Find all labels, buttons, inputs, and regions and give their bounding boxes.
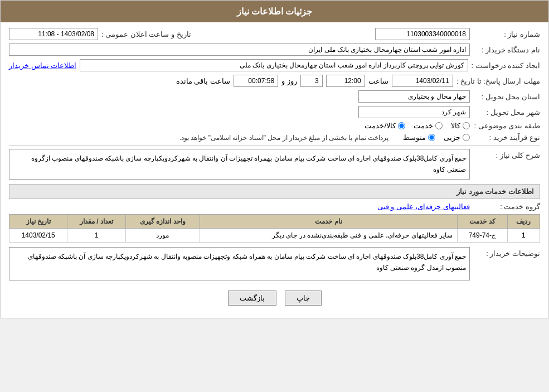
- radio-khadamat[interactable]: خدمت: [414, 122, 443, 130]
- ostan-label: استان محل تحویل :: [473, 93, 540, 101]
- roz-label: روز و: [281, 77, 297, 85]
- sharh-label: شرح کلی نیاز :: [473, 149, 540, 159]
- chap-button[interactable]: چاپ: [285, 291, 322, 306]
- tazihaat-label: توضیحات خریدار :: [473, 247, 540, 258]
- cell-tarikh: 1403/02/15: [9, 228, 67, 242]
- cell-tedad: 1: [67, 228, 125, 242]
- namDastgah-label: نام دستگاه خریدار :: [473, 46, 540, 54]
- col-vahed: واحد اندازه گیری: [125, 214, 200, 228]
- radio-kala[interactable]: کالا: [451, 122, 470, 130]
- fariyand-notice: پرداخت تمام یا بخشی از مبلغ خریدار از مح…: [179, 134, 388, 142]
- bazgasht-button[interactable]: بازگشت: [228, 291, 276, 306]
- col-radif: ردیف: [507, 214, 540, 228]
- ostan-input[interactable]: [358, 90, 470, 103]
- col-kod: کد خدمت: [457, 214, 507, 228]
- fariyand-label: نوع فرآیند خرید :: [473, 133, 540, 142]
- ijadKonande-link[interactable]: اطلاعات تماس خریدار: [9, 61, 76, 70]
- tabaqe-label: طبقه بندی موضوعی :: [473, 122, 540, 130]
- cell-kod: ج-74-749: [457, 228, 507, 242]
- saat-label: ساعت: [368, 77, 388, 85]
- page-header: جزئیات اطلاعات نیاز: [1, 1, 548, 22]
- radio-jazii[interactable]: جزیی: [444, 133, 470, 142]
- radio-kala-khadamat[interactable]: کالا/خدمت: [365, 122, 405, 130]
- shomareNiaz-label: شماره نیاز :: [473, 30, 540, 38]
- namDastgah-input[interactable]: [9, 43, 470, 56]
- cell-nam: سایر فعالیتهای حرفه‌ای، علمی و فنی طبقه‌…: [200, 228, 458, 242]
- tarikh-date[interactable]: [392, 75, 453, 87]
- radio-motevasset[interactable]: متوسط: [403, 133, 435, 142]
- col-nam: نام خدمت: [200, 214, 458, 228]
- tazihaat-text: جمع آوری کامل38بلوک صندوقهای اجاره ای سا…: [9, 247, 470, 280]
- grouh-value[interactable]: فعالیتهای حرفه‌ای، علمی و فنی: [377, 202, 470, 211]
- mande-label: ساعت باقی مانده: [176, 77, 230, 85]
- kala-khadamat-label: کالا/خدمت: [365, 122, 396, 130]
- shahr-label: شهر محل تحویل :: [473, 108, 540, 117]
- page-title: جزئیات اطلاعات نیاز: [237, 7, 313, 16]
- tarikh-mande[interactable]: [234, 75, 278, 87]
- button-bar: چاپ بازگشت: [9, 284, 540, 312]
- shomareNiaz-input[interactable]: [375, 28, 470, 40]
- jazii-label: جزیی: [444, 133, 460, 142]
- ijadKonande-label: ایجاد کننده درخواست :: [472, 61, 540, 70]
- mohlat-label: مهلت ارسال پاسخ: تا تاریخ :: [456, 77, 540, 85]
- cell-radif: 1: [507, 228, 540, 242]
- ijadKonande-input[interactable]: [80, 59, 468, 71]
- table-row: 1 ج-74-749 سایر فعالیتهای حرفه‌ای، علمی …: [9, 228, 540, 242]
- khadamat-label: خدمت: [414, 122, 433, 130]
- motevasset-label: متوسط: [403, 133, 426, 142]
- tarikheElam-label: تاریخ و ساعت اعلان عمومی :: [101, 30, 191, 38]
- cell-vahed: مورد: [125, 228, 200, 242]
- col-tedad: تعداد / مقدار: [67, 214, 125, 228]
- tarikh-roz[interactable]: [300, 75, 323, 87]
- sharh-text: جمع آوری کامل38بلوک صندوقهای اجاره ای سا…: [9, 149, 470, 180]
- services-table: ردیف کد خدمت نام خدمت واحد اندازه گیری ت…: [9, 214, 540, 243]
- kala-label: کالا: [451, 122, 460, 130]
- shahr-input[interactable]: [358, 106, 470, 118]
- tarikheElam-input[interactable]: [9, 28, 98, 40]
- grouh-label: گروه خدمت :: [473, 202, 540, 211]
- tarikh-saat[interactable]: [326, 75, 365, 87]
- section-khadamat: اطلاعات خدمات مورد نیاز: [9, 184, 540, 199]
- col-tarikh: تاریخ نیاز: [9, 214, 67, 228]
